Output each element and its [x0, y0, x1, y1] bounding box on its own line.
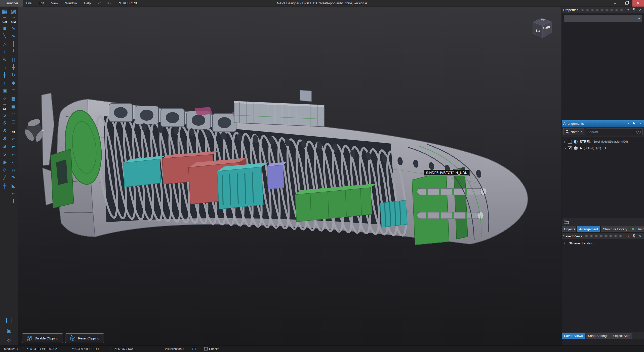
view-grid-icon[interactable]: ▦: [1, 8, 9, 15]
expander-icon[interactable]: ▷: [563, 147, 566, 150]
close-button[interactable]: ✕: [632, 0, 644, 7]
clear-search-icon[interactable]: ✕: [636, 130, 641, 134]
close-icon[interactable]: ✕: [638, 8, 642, 12]
move-horizontal-tool[interactable]: →: [1, 63, 9, 71]
move-free-tool[interactable]: ╋: [1, 71, 9, 79]
tree-row[interactable]: ▷ ✓ A (Default) (76) +: [563, 145, 644, 151]
wire-cube-tool[interactable]: ◇: [10, 110, 18, 118]
patch-surface-tool[interactable]: ■: [1, 24, 9, 32]
line-points-tool[interactable]: ╲: [1, 32, 9, 40]
scale-tool[interactable]: ↕: [1, 79, 9, 87]
extend-tool[interactable]: ╋: [10, 63, 18, 71]
curve-arrows-tool[interactable]: ↷: [10, 174, 18, 182]
redo-dropdown-icon[interactable]: ▾: [110, 2, 111, 5]
pin-icon[interactable]: [632, 8, 636, 12]
layers-icon[interactable]: ▣: [5, 326, 13, 334]
tab-snap-settings[interactable]: Snap Settings: [586, 333, 611, 339]
arc-tool[interactable]: ∩: [10, 166, 18, 174]
redo-icon[interactable]: ↷: [106, 1, 110, 6]
tab-arrangement[interactable]: Arrangement: [577, 226, 600, 232]
angle-ruler-tool[interactable]: ◣: [10, 182, 18, 189]
panel-menu-icon[interactable]: ▾: [626, 8, 630, 12]
diamond-grid-icon[interactable]: ▨: [10, 8, 18, 15]
stiffener-circle-tool[interactable]: S: [1, 150, 9, 158]
split-curve-tool[interactable]: ┼: [10, 40, 18, 48]
stiffener-point-tool[interactable]: S: [1, 111, 9, 119]
stiffener-parallel-tool[interactable]: S: [1, 127, 9, 135]
expander-icon[interactable]: ▷: [564, 242, 567, 245]
tab-saved-views[interactable]: Saved Views: [562, 333, 585, 339]
panel-menu-icon[interactable]: ▾: [626, 234, 630, 238]
close-icon[interactable]: ✕: [638, 121, 642, 126]
bracket-line-tool[interactable]: ⌐: [10, 143, 18, 150]
c-profile-tool[interactable]: ⌐: [10, 189, 18, 197]
point-diamond-tool[interactable]: ◆: [10, 79, 18, 87]
panel-drag-handle[interactable]: [586, 122, 623, 125]
tab-objects[interactable]: Objects: [562, 226, 576, 232]
restore-button[interactable]: [621, 0, 632, 7]
panel-menu-icon[interactable]: ▾: [626, 121, 630, 126]
undo-dropdown-icon[interactable]: ▾: [101, 2, 103, 5]
panel-drag-handle[interactable]: [581, 9, 623, 11]
view-cube-icon[interactable]: ◇: [5, 336, 13, 344]
box-hole-tool[interactable]: ▣: [10, 102, 18, 110]
curve-points-tool[interactable]: ∿: [10, 24, 18, 32]
search-input[interactable]: [587, 130, 636, 134]
fillet-corner-tool[interactable]: ┘: [10, 48, 18, 56]
expander-icon[interactable]: ▷: [563, 140, 566, 143]
measure-distance-icon[interactable]: ↔: [5, 317, 13, 324]
add-icon[interactable]: +: [571, 220, 575, 224]
plane-tool[interactable]: ◇: [1, 166, 9, 174]
spline-tool[interactable]: ∿: [10, 32, 18, 40]
menu-help[interactable]: Help: [80, 0, 94, 7]
sweep-surface-tool[interactable]: ◊: [1, 95, 9, 102]
angle-line-tool[interactable]: ╱: [1, 174, 9, 182]
bracket-parallel-tool[interactable]: ⌐: [10, 150, 18, 158]
navigation-cube[interactable]: TOP SB FORE: [530, 16, 554, 40]
cross-point-tool[interactable]: ┼: [1, 182, 9, 189]
add-arrangement-button[interactable]: +: [604, 146, 607, 151]
refresh-button[interactable]: ↻ REFRESH: [118, 1, 139, 6]
launcher-button[interactable]: Launcher: [0, 0, 23, 7]
checks-checkbox[interactable]: [204, 347, 208, 350]
cube-face-sb[interactable]: SB: [536, 29, 540, 33]
cube-grid-tool[interactable]: ▩: [10, 95, 18, 102]
modules-dropdown[interactable]: Modules ▾: [0, 346, 22, 352]
folder-icon[interactable]: [564, 220, 569, 224]
move-vertical-tool[interactable]: ↑: [1, 48, 9, 56]
disable-clipping-button[interactable]: Disable Clipping: [22, 333, 63, 343]
i-beam-profile-tool[interactable]: Ⅰ: [10, 197, 18, 205]
search-field-selector[interactable]: Name ▾: [563, 128, 584, 135]
menu-window[interactable]: Window: [62, 0, 80, 7]
rotate-tool[interactable]: ↻: [10, 71, 18, 79]
menu-file[interactable]: File: [23, 0, 35, 7]
3d-viewport[interactable]: TOP SB FORE S:HDF5UVBFCT/LH_UDK Disable …: [18, 7, 561, 345]
polygon-tool[interactable]: ▷: [1, 40, 9, 48]
visualization-dropdown[interactable]: Visualization ▾: [161, 346, 188, 352]
pin-icon[interactable]: [632, 121, 636, 126]
stiffener-rect-tool[interactable]: S: [1, 143, 9, 150]
rectangle-tool[interactable]: □: [10, 87, 18, 95]
checkbox-checked[interactable]: ✓: [568, 146, 572, 150]
corner-point-tool[interactable]: ▣: [1, 87, 9, 95]
menu-edit[interactable]: Edit: [35, 0, 48, 7]
stiffener-curve-tool[interactable]: S: [1, 135, 9, 143]
reset-clipping-button[interactable]: Reset Clipping: [65, 333, 104, 343]
tab-structure-library[interactable]: Structure Library: [601, 226, 629, 232]
offset-curve-tool[interactable]: ∿: [1, 56, 9, 63]
stiffener-line-tool[interactable]: S: [1, 119, 9, 127]
properties-object-combobox[interactable]: ▾: [564, 15, 642, 22]
bracket-point-tool[interactable]: ⌐: [10, 135, 18, 143]
tree-row[interactable]: ▷ — STEEL (Steel Model)(Default) (806): [563, 138, 644, 145]
minimize-button[interactable]: –: [609, 0, 621, 7]
checks-toggle[interactable]: Checks: [200, 346, 223, 352]
checkbox-indeterminate[interactable]: —: [568, 140, 572, 144]
pin-icon[interactable]: [632, 234, 636, 238]
close-icon[interactable]: ✕: [638, 234, 642, 238]
circle-center-tool[interactable]: ◉: [1, 158, 9, 166]
tab-incorrect-objects[interactable]: 0 Incorrect Objects: [629, 226, 644, 232]
bracket-curve-tool[interactable]: ⌐: [10, 158, 18, 166]
panel-drag-handle[interactable]: [585, 235, 623, 237]
trim-tool[interactable]: ∏: [10, 56, 18, 63]
tab-object-sets[interactable]: Object Sets: [611, 333, 632, 339]
